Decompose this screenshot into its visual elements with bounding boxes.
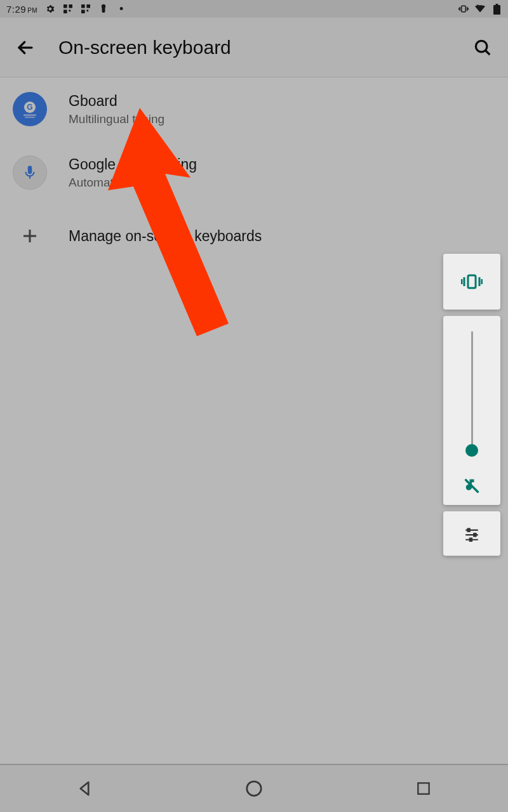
- svg-rect-26: [418, 783, 429, 794]
- svg-rect-12: [495, 4, 498, 6]
- nav-recent-button[interactable]: [404, 769, 443, 808]
- list-item-gboard[interactable]: G Gboard Multilingual typing: [0, 77, 508, 141]
- svg-rect-19: [28, 166, 32, 174]
- list-item-title: Gboard: [69, 93, 164, 110]
- list-item-manage[interactable]: Manage on-screen keyboards: [0, 204, 508, 268]
- app-bar: On-screen keyboard: [0, 18, 508, 77]
- volume-slider[interactable]: [471, 316, 473, 467]
- voice-typing-icon: [13, 155, 47, 190]
- svg-rect-6: [81, 10, 85, 13]
- svg-point-25: [247, 782, 262, 796]
- square-recent-icon: [415, 780, 432, 797]
- status-time-value: 7:29: [6, 4, 26, 15]
- volume-settings-button[interactable]: [443, 511, 500, 556]
- svg-rect-17: [23, 114, 36, 116]
- apps-icon-2: [81, 4, 91, 14]
- note-off-icon: [463, 477, 481, 495]
- list-item-subtitle: Multilingual typing: [69, 112, 164, 126]
- ringer-mode-button[interactable]: [443, 254, 500, 310]
- svg-rect-3: [69, 10, 71, 11]
- gboard-app-icon: G: [13, 92, 47, 126]
- nav-back-button[interactable]: [65, 769, 104, 808]
- volume-panel: [443, 254, 500, 556]
- svg-rect-10: [462, 6, 465, 12]
- list-item-voice-typing[interactable]: Google voice typing Automatic: [0, 141, 508, 204]
- list-item-title: Google voice typing: [69, 156, 197, 173]
- arrow-left-icon: [16, 38, 35, 57]
- dot-icon: •: [116, 4, 126, 14]
- svg-rect-24: [470, 539, 472, 541]
- battery-icon: [491, 4, 502, 14]
- vibrate-icon: [461, 273, 483, 290]
- svg-rect-22: [468, 528, 470, 531]
- svg-rect-2: [64, 10, 67, 13]
- svg-rect-5: [87, 4, 91, 8]
- svg-rect-9: [102, 7, 105, 13]
- svg-rect-23: [474, 534, 476, 536]
- circle-home-icon: [244, 779, 264, 798]
- volume-slider-thumb[interactable]: [465, 444, 478, 457]
- triangle-back-icon: [75, 779, 94, 798]
- plus-icon: [13, 226, 47, 246]
- svg-rect-7: [87, 10, 89, 11]
- keyboard-list: G Gboard Multilingual typing Google voic…: [0, 77, 508, 268]
- nav-home-button[interactable]: [235, 769, 273, 808]
- svg-rect-18: [25, 117, 35, 118]
- navigation-bar: [0, 764, 508, 812]
- list-item-subtitle: Automatic: [69, 176, 197, 190]
- list-item-title: Manage on-screen keyboards: [69, 228, 262, 245]
- sliders-icon: [464, 525, 480, 542]
- page-title: On-screen keyboard: [58, 37, 231, 58]
- wifi-icon: [475, 4, 485, 14]
- microphone-icon: [22, 164, 38, 181]
- search-button[interactable]: [470, 35, 495, 60]
- media-output-button[interactable]: [463, 467, 481, 505]
- search-icon: [473, 38, 492, 57]
- svg-text:G: G: [27, 103, 32, 112]
- status-bar: 7:29PM •: [0, 0, 508, 18]
- lock-icon: [98, 4, 109, 14]
- apps-icon: [63, 4, 73, 14]
- vibrate-icon: [458, 4, 469, 14]
- svg-rect-1: [69, 4, 73, 8]
- gear-icon: [45, 4, 55, 14]
- svg-rect-0: [64, 4, 67, 8]
- svg-rect-4: [81, 4, 85, 8]
- status-time: 7:29PM: [6, 4, 37, 15]
- svg-rect-11: [493, 5, 500, 15]
- svg-point-13: [476, 41, 487, 52]
- status-time-ampm: PM: [27, 7, 37, 14]
- back-button[interactable]: [13, 35, 38, 60]
- svg-rect-21: [468, 275, 476, 288]
